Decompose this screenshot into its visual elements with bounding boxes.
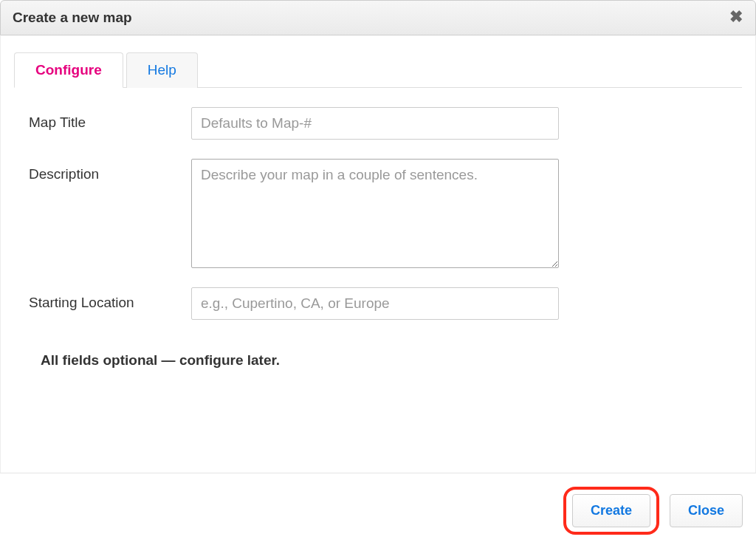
- dialog-header: Create a new map ✖: [0, 0, 756, 35]
- map-title-input[interactable]: [191, 107, 559, 140]
- tab-configure[interactable]: Configure: [14, 52, 123, 88]
- close-button[interactable]: Close: [670, 494, 743, 527]
- create-button[interactable]: Create: [572, 494, 650, 527]
- row-starting-location: Starting Location: [14, 287, 742, 320]
- close-button-label: Close: [688, 503, 724, 518]
- create-button-label: Create: [591, 503, 632, 518]
- create-map-dialog: Create a new map ✖ Configure Help Map Ti…: [0, 0, 756, 548]
- map-title-label: Map Title: [29, 107, 191, 131]
- row-map-title: Map Title: [14, 107, 742, 140]
- tab-help-label: Help: [148, 62, 176, 78]
- description-textarea[interactable]: [191, 159, 559, 268]
- fields-optional-hint: All fields optional — configure later.: [14, 352, 742, 369]
- dialog-title: Create a new map: [13, 10, 132, 26]
- dialog-body: Configure Help Map Title Description Sta…: [0, 35, 756, 473]
- tab-bar: Configure Help: [14, 52, 742, 88]
- close-icon[interactable]: ✖: [729, 10, 743, 25]
- tab-configure-label: Configure: [35, 62, 102, 78]
- create-button-highlight: Create: [563, 487, 659, 535]
- tab-help[interactable]: Help: [126, 52, 198, 88]
- starting-location-label: Starting Location: [29, 287, 191, 311]
- dialog-footer: Create Close: [0, 473, 756, 548]
- starting-location-input[interactable]: [191, 287, 559, 320]
- description-label: Description: [29, 159, 191, 182]
- row-description: Description: [14, 159, 742, 268]
